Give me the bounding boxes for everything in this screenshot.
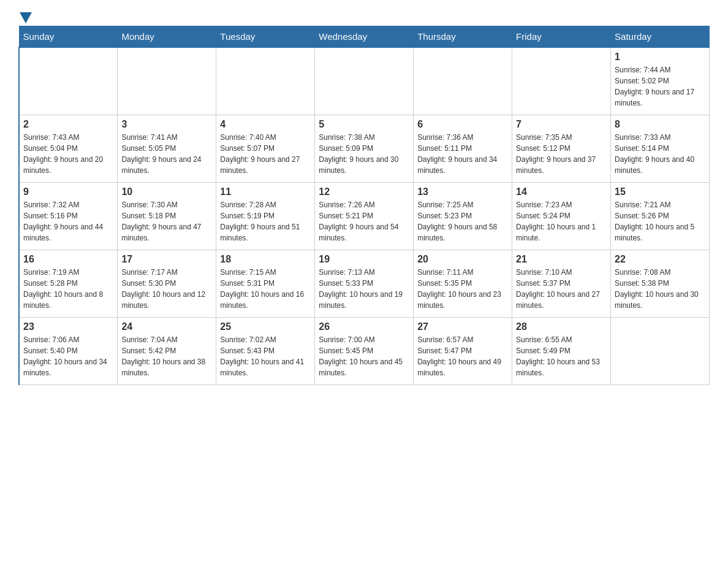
calendar-cell: 12Sunrise: 7:26 AM Sunset: 5:21 PM Dayli… — [315, 183, 414, 250]
day-number: 8 — [615, 119, 705, 130]
calendar-cell — [118, 47, 216, 115]
day-info: Sunrise: 6:57 AM Sunset: 5:47 PM Dayligh… — [417, 334, 508, 378]
day-info: Sunrise: 7:28 AM Sunset: 5:19 PM Dayligh… — [220, 199, 311, 243]
calendar-weekday-monday: Monday — [118, 26, 216, 48]
day-number: 27 — [417, 321, 508, 332]
day-number: 24 — [121, 321, 212, 332]
day-number: 18 — [220, 254, 311, 265]
calendar-weekday-sunday: Sunday — [19, 26, 118, 48]
calendar-cell: 1Sunrise: 7:44 AM Sunset: 5:02 PM Daylig… — [611, 47, 710, 115]
logo — [18, 12, 32, 20]
day-number: 6 — [417, 119, 508, 130]
calendar-cell: 16Sunrise: 7:19 AM Sunset: 5:28 PM Dayli… — [19, 250, 118, 318]
day-info: Sunrise: 7:26 AM Sunset: 5:21 PM Dayligh… — [319, 199, 409, 243]
day-info: Sunrise: 7:40 AM Sunset: 5:07 PM Dayligh… — [220, 132, 311, 176]
calendar-header-row: SundayMondayTuesdayWednesdayThursdayFrid… — [19, 26, 710, 48]
day-number: 7 — [516, 119, 607, 130]
day-info: Sunrise: 7:19 AM Sunset: 5:28 PM Dayligh… — [23, 267, 113, 311]
day-number: 17 — [121, 254, 212, 265]
calendar-cell: 20Sunrise: 7:11 AM Sunset: 5:35 PM Dayli… — [414, 250, 512, 318]
calendar-cell: 26Sunrise: 7:00 AM Sunset: 5:45 PM Dayli… — [315, 318, 414, 385]
day-number: 3 — [121, 119, 212, 130]
calendar-week-row: 2Sunrise: 7:43 AM Sunset: 5:04 PM Daylig… — [19, 115, 710, 183]
day-number: 13 — [417, 186, 508, 197]
calendar-week-row: 9Sunrise: 7:32 AM Sunset: 5:16 PM Daylig… — [19, 183, 710, 250]
calendar-cell — [19, 47, 118, 115]
day-number: 23 — [23, 321, 113, 332]
day-info: Sunrise: 7:35 AM Sunset: 5:12 PM Dayligh… — [516, 132, 607, 176]
calendar-cell: 8Sunrise: 7:33 AM Sunset: 5:14 PM Daylig… — [611, 115, 710, 183]
day-info: Sunrise: 7:43 AM Sunset: 5:04 PM Dayligh… — [23, 132, 113, 176]
day-number: 20 — [417, 254, 508, 265]
day-info: Sunrise: 7:32 AM Sunset: 5:16 PM Dayligh… — [23, 199, 113, 243]
calendar-week-row: 1Sunrise: 7:44 AM Sunset: 5:02 PM Daylig… — [19, 47, 710, 115]
calendar-cell: 2Sunrise: 7:43 AM Sunset: 5:04 PM Daylig… — [19, 115, 118, 183]
day-number: 5 — [319, 119, 409, 130]
calendar-cell: 19Sunrise: 7:13 AM Sunset: 5:33 PM Dayli… — [315, 250, 414, 318]
calendar-cell — [414, 47, 512, 115]
calendar-cell: 13Sunrise: 7:25 AM Sunset: 5:23 PM Dayli… — [414, 183, 512, 250]
calendar-weekday-thursday: Thursday — [414, 26, 512, 48]
day-info: Sunrise: 7:44 AM Sunset: 5:02 PM Dayligh… — [615, 64, 705, 109]
calendar-cell: 24Sunrise: 7:04 AM Sunset: 5:42 PM Dayli… — [118, 318, 216, 385]
calendar-cell: 17Sunrise: 7:17 AM Sunset: 5:30 PM Dayli… — [118, 250, 216, 318]
day-info: Sunrise: 7:06 AM Sunset: 5:40 PM Dayligh… — [23, 334, 113, 378]
day-number: 16 — [23, 254, 113, 265]
calendar-cell: 10Sunrise: 7:30 AM Sunset: 5:18 PM Dayli… — [118, 183, 216, 250]
calendar-cell — [216, 47, 315, 115]
calendar-cell: 14Sunrise: 7:23 AM Sunset: 5:24 PM Dayli… — [512, 183, 611, 250]
calendar-cell: 11Sunrise: 7:28 AM Sunset: 5:19 PM Dayli… — [216, 183, 315, 250]
day-number: 9 — [23, 186, 113, 197]
calendar-cell: 15Sunrise: 7:21 AM Sunset: 5:26 PM Dayli… — [611, 183, 710, 250]
day-info: Sunrise: 7:04 AM Sunset: 5:42 PM Dayligh… — [121, 334, 212, 378]
day-info: Sunrise: 7:33 AM Sunset: 5:14 PM Dayligh… — [615, 132, 705, 176]
day-number: 28 — [516, 321, 607, 332]
day-number: 21 — [516, 254, 607, 265]
calendar-cell: 23Sunrise: 7:06 AM Sunset: 5:40 PM Dayli… — [19, 318, 118, 385]
calendar-week-row: 23Sunrise: 7:06 AM Sunset: 5:40 PM Dayli… — [19, 318, 710, 385]
calendar-weekday-tuesday: Tuesday — [216, 26, 315, 48]
calendar-cell: 7Sunrise: 7:35 AM Sunset: 5:12 PM Daylig… — [512, 115, 611, 183]
day-number: 2 — [23, 119, 113, 130]
calendar-cell: 4Sunrise: 7:40 AM Sunset: 5:07 PM Daylig… — [216, 115, 315, 183]
day-info: Sunrise: 7:30 AM Sunset: 5:18 PM Dayligh… — [121, 199, 212, 243]
calendar-cell: 22Sunrise: 7:08 AM Sunset: 5:38 PM Dayli… — [611, 250, 710, 318]
calendar-cell: 21Sunrise: 7:10 AM Sunset: 5:37 PM Dayli… — [512, 250, 611, 318]
day-info: Sunrise: 7:00 AM Sunset: 5:45 PM Dayligh… — [319, 334, 409, 378]
day-info: Sunrise: 7:11 AM Sunset: 5:35 PM Dayligh… — [417, 267, 508, 311]
day-number: 25 — [220, 321, 311, 332]
calendar-cell — [512, 47, 611, 115]
day-number: 11 — [220, 186, 311, 197]
calendar-weekday-wednesday: Wednesday — [315, 26, 414, 48]
calendar-cell — [315, 47, 414, 115]
calendar-weekday-friday: Friday — [512, 26, 611, 48]
calendar-cell — [611, 318, 710, 385]
calendar-table: SundayMondayTuesdayWednesdayThursdayFrid… — [18, 26, 710, 385]
day-info: Sunrise: 7:25 AM Sunset: 5:23 PM Dayligh… — [417, 199, 508, 243]
day-number: 15 — [615, 186, 705, 197]
day-info: Sunrise: 7:41 AM Sunset: 5:05 PM Dayligh… — [121, 132, 212, 176]
day-number: 19 — [319, 254, 409, 265]
day-info: Sunrise: 6:55 AM Sunset: 5:49 PM Dayligh… — [516, 334, 607, 378]
day-number: 12 — [319, 186, 409, 197]
day-info: Sunrise: 7:08 AM Sunset: 5:38 PM Dayligh… — [615, 267, 705, 311]
calendar-cell: 6Sunrise: 7:36 AM Sunset: 5:11 PM Daylig… — [414, 115, 512, 183]
day-number: 26 — [319, 321, 409, 332]
calendar-cell: 3Sunrise: 7:41 AM Sunset: 5:05 PM Daylig… — [118, 115, 216, 183]
calendar-cell: 9Sunrise: 7:32 AM Sunset: 5:16 PM Daylig… — [19, 183, 118, 250]
day-info: Sunrise: 7:17 AM Sunset: 5:30 PM Dayligh… — [121, 267, 212, 311]
day-info: Sunrise: 7:38 AM Sunset: 5:09 PM Dayligh… — [319, 132, 409, 176]
day-number: 22 — [615, 254, 705, 265]
page-header — [18, 12, 710, 20]
calendar-week-row: 16Sunrise: 7:19 AM Sunset: 5:28 PM Dayli… — [19, 250, 710, 318]
calendar-cell: 28Sunrise: 6:55 AM Sunset: 5:49 PM Dayli… — [512, 318, 611, 385]
day-info: Sunrise: 7:15 AM Sunset: 5:31 PM Dayligh… — [220, 267, 311, 311]
day-info: Sunrise: 7:10 AM Sunset: 5:37 PM Dayligh… — [516, 267, 607, 311]
day-number: 14 — [516, 186, 607, 197]
day-info: Sunrise: 7:21 AM Sunset: 5:26 PM Dayligh… — [615, 199, 705, 243]
calendar-cell: 25Sunrise: 7:02 AM Sunset: 5:43 PM Dayli… — [216, 318, 315, 385]
day-info: Sunrise: 7:02 AM Sunset: 5:43 PM Dayligh… — [220, 334, 311, 378]
calendar-cell: 5Sunrise: 7:38 AM Sunset: 5:09 PM Daylig… — [315, 115, 414, 183]
day-number: 4 — [220, 119, 311, 130]
logo-triangle-icon — [20, 12, 32, 23]
